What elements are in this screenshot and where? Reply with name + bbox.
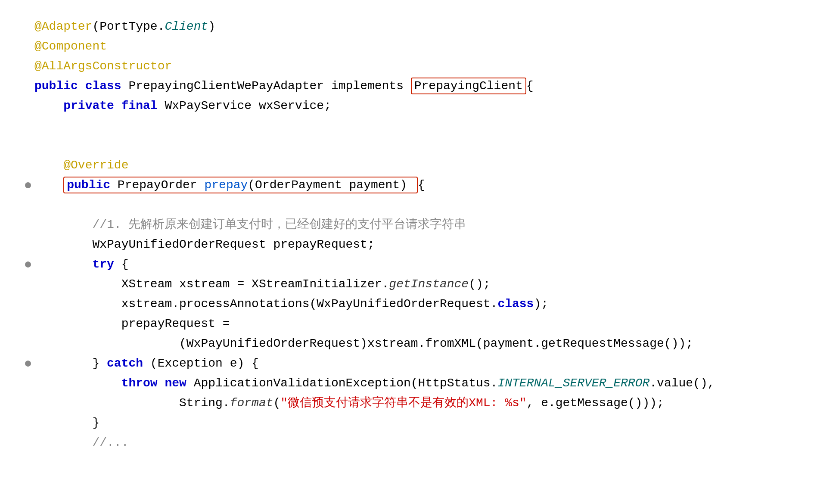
breakpoint-dot-9[interactable]	[25, 182, 31, 188]
gutter-13	[22, 261, 34, 268]
code-text-9: public PrepayOrder prepay(OrderPayment p…	[34, 176, 801, 195]
code-line-12: WxPayUnifiedOrderRequest prepayRequest;	[22, 235, 801, 255]
code-line-3: @AllArgsConstructor	[22, 57, 801, 77]
gutter-18	[22, 361, 34, 367]
code-text-3: @AllArgsConstructor	[34, 57, 801, 76]
code-line-4: public class PrepayingClientWePayAdapter…	[22, 77, 801, 96]
code-line-5: private final WxPayService wxService;	[22, 96, 801, 116]
code-text-18: } catch (Exception e) {	[34, 354, 801, 373]
code-line-20: String.format("微信预支付请求字符串不是有效的XML: %s", …	[22, 394, 801, 414]
code-line-17: (WxPayUnifiedOrderRequest)xstream.fromXM…	[22, 334, 801, 354]
code-line-15: xstream.processAnnotations(WxPayUnifiedO…	[22, 295, 801, 314]
code-text-11: //1. 先解析原来创建订单支付时，已经创建好的支付平台请求字符串	[34, 215, 801, 235]
code-line-9: public PrepayOrder prepay(OrderPayment p…	[22, 176, 801, 196]
code-line-2: @Component	[22, 37, 801, 57]
code-line-19: throw new ApplicationValidationException…	[22, 374, 801, 394]
code-text-20: String.format("微信预支付请求字符串不是有效的XML: %s", …	[34, 394, 801, 413]
code-text-19: throw new ApplicationValidationException…	[34, 374, 801, 393]
gutter-9	[22, 182, 34, 188]
code-line-7	[22, 136, 801, 156]
code-line-18: } catch (Exception e) {	[22, 354, 801, 374]
code-text-4: public class PrepayingClientWePayAdapter…	[34, 77, 801, 96]
code-line-6	[22, 116, 801, 136]
code-line-16: prepayRequest =	[22, 314, 801, 334]
code-text-12: WxPayUnifiedOrderRequest prepayRequest;	[34, 235, 801, 255]
code-text-16: prepayRequest =	[34, 314, 801, 334]
code-text-1: @Adapter(PortType.Client)	[34, 17, 801, 37]
code-line-13: try {	[22, 255, 801, 275]
code-line-10	[22, 196, 801, 215]
code-line-8: @Override	[22, 156, 801, 176]
code-text-14: XStream xstream = XStreamInitializer.get…	[34, 275, 801, 294]
code-text-2: @Component	[34, 37, 801, 56]
code-text-13: try {	[34, 255, 801, 274]
breakpoint-dot-18[interactable]	[25, 361, 31, 367]
breakpoint-dot-13[interactable]	[25, 261, 31, 268]
code-container: @Adapter(PortType.Client) @Component @Al…	[13, 17, 801, 453]
code-line-11: //1. 先解析原来创建订单支付时，已经创建好的支付平台请求字符串	[22, 215, 801, 235]
code-text-5: private final WxPayService wxService;	[34, 96, 801, 116]
method-signature-highlight: public PrepayOrder prepay(OrderPayment p…	[63, 177, 418, 193]
code-text-17: (WxPayUnifiedOrderRequest)xstream.fromXM…	[34, 334, 801, 354]
code-text-8: @Override	[34, 156, 801, 175]
code-line-1: @Adapter(PortType.Client)	[22, 17, 801, 37]
code-line-14: XStream xstream = XStreamInitializer.get…	[22, 275, 801, 295]
code-text-21: }	[34, 414, 801, 433]
code-text-22: //...	[34, 433, 801, 453]
code-line-21: }	[22, 414, 801, 433]
prepaying-client-highlight: PrepayingClient	[411, 78, 526, 94]
code-line-22: //...	[22, 433, 801, 453]
code-text-15: xstream.processAnnotations(WxPayUnifiedO…	[34, 295, 801, 314]
